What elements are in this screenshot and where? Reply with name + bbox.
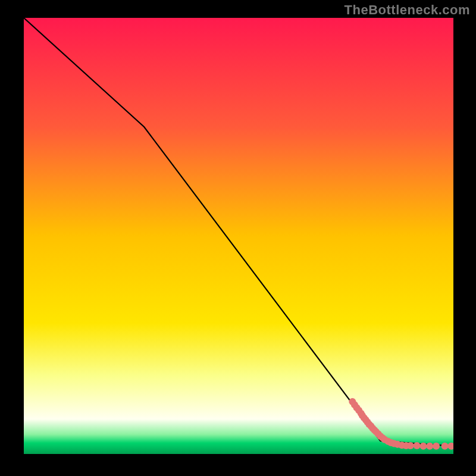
sample-point (407, 442, 414, 449)
gradient-background (24, 18, 453, 454)
sample-point (441, 443, 449, 450)
sample-point (426, 443, 433, 450)
sample-point (419, 443, 427, 450)
sample-point (414, 442, 421, 449)
watermark-text: TheBottleneck.com (345, 2, 470, 18)
sample-point (433, 443, 440, 450)
bottleneck-chart (24, 18, 453, 454)
chart-frame: TheBottleneck.com (0, 0, 476, 476)
